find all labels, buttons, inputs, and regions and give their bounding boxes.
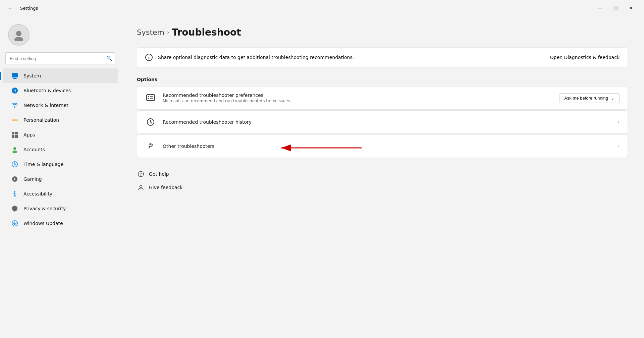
svg-rect-10 [15,132,18,134]
sidebar-item-bluetooth[interactable]: B Bluetooth & devices [3,83,118,98]
close-button[interactable]: ✕ [623,3,639,13]
footer-icon-get-help: ? [137,170,145,178]
nav-icon-accessibility [11,190,19,198]
sidebar-item-accounts[interactable]: Accounts [3,142,118,157]
footer-label-get-help: Get help [149,171,169,177]
info-icon: i [145,54,153,61]
sidebar-item-apps[interactable]: Apps [3,127,118,142]
option-title-recommended-history: Recommended troubleshooter history [163,119,611,125]
nav-icon-system [11,72,19,80]
breadcrumb-parent[interactable]: System [137,28,164,37]
app-title: Settings [20,6,38,11]
option-wrapper-recommended-history: Recommended troubleshooter history › [137,110,628,134]
search-icon: 🔍 [106,56,112,61]
nav-icon-gaming [11,175,19,183]
svg-rect-2 [12,73,18,77]
maximize-button[interactable]: ⬜ [608,3,623,13]
svg-point-0 [16,31,21,36]
nav-label-accounts: Accounts [23,147,45,152]
content-area: System › Troubleshoot i Share optional d… [121,16,644,338]
sidebar-nav: System B Bluetooth & devices Network & i… [0,68,121,231]
option-item-recommended-history[interactable]: Recommended troubleshooter history › [137,110,628,134]
footer-link-get-help[interactable]: ? Get help [137,169,628,179]
option-subtitle-recommended-prefs: Microsoft can recommend and run troubles… [163,99,552,103]
svg-point-21 [14,191,15,192]
options-list: Recommended troubleshooter preferences M… [137,86,628,158]
nav-icon-time [11,160,19,168]
nav-icon-bluetooth: B [11,87,19,95]
svg-text:B: B [13,88,16,93]
diagnostics-link[interactable]: Open Diagnostics & feedback [550,55,620,60]
nav-label-apps: Apps [23,132,35,137]
svg-rect-27 [147,95,155,101]
footer-links: ? Get help Give feedback [137,169,628,193]
nav-icon-privacy [11,205,19,213]
svg-rect-4 [13,78,17,79]
svg-point-13 [13,147,16,150]
option-item-recommended-prefs[interactable]: Recommended troubleshooter preferences M… [137,86,628,110]
option-text-recommended-history: Recommended troubleshooter history [163,119,611,125]
svg-text:?: ? [140,172,142,177]
breadcrumb: System › Troubleshoot [137,27,628,38]
avatar-section [0,19,121,52]
back-button[interactable]: ← [5,3,16,13]
chevron-right-icon: › [618,144,620,149]
option-icon-recommended-prefs [145,93,156,103]
nav-label-privacy: Privacy & security [23,206,66,211]
nav-label-personalization: Personalization [23,117,59,123]
search-input[interactable] [5,52,115,64]
nav-icon-windows-update [11,219,19,227]
sidebar-item-system[interactable]: System [3,68,118,83]
title-bar: ← Settings — ⬜ ✕ [0,0,644,16]
option-item-other-troubleshooters[interactable]: Other troubleshooters › [137,134,628,158]
footer-icon-give-feedback [137,183,145,191]
avatar[interactable] [8,24,30,46]
dropdown-recommended-prefs[interactable]: Ask me before running ⌄ [559,93,620,103]
svg-point-38 [140,185,142,188]
back-icon: ← [8,5,13,11]
svg-rect-20 [14,178,15,180]
svg-line-25 [15,195,16,196]
option-right-other-troubleshooters: › [618,144,620,149]
dropdown-value: Ask me before running [564,96,608,101]
nav-label-system: System [23,73,41,78]
svg-rect-9 [12,132,14,134]
svg-rect-12 [15,135,18,138]
option-text-other-troubleshooters: Other troubleshooters [163,144,611,149]
sidebar: 🔍 System B Bluetooth & devices Network &… [0,16,121,338]
chevron-right-icon: › [618,119,620,125]
option-icon-other-troubleshooters [145,141,156,152]
nav-label-windows-update: Windows Update [23,221,63,226]
sidebar-item-personalization[interactable]: Personalization [3,113,118,127]
minimize-button[interactable]: — [592,3,608,13]
svg-point-30 [148,98,149,99]
options-section-title: Options [137,77,628,82]
sidebar-item-network[interactable]: Network & internet [3,98,118,113]
page-title: Troubleshoot [172,27,241,38]
info-banner: i Share optional diagnostic data to get … [137,47,628,67]
nav-label-time: Time & language [23,162,63,167]
sidebar-item-privacy[interactable]: Privacy & security [3,201,118,216]
sidebar-item-gaming[interactable]: Gaming [3,172,118,186]
option-title-recommended-prefs: Recommended troubleshooter preferences [163,93,552,98]
search-box: 🔍 [5,52,115,64]
footer-label-give-feedback: Give feedback [149,185,182,190]
sidebar-item-windows-update[interactable]: Windows Update [3,216,118,231]
sidebar-item-time[interactable]: Time & language [3,157,118,172]
option-title-other-troubleshooters: Other troubleshooters [163,144,611,149]
option-wrapper-recommended-prefs: Recommended troubleshooter preferences M… [137,86,628,110]
option-right-recommended-prefs: Ask me before running ⌄ [559,93,620,103]
nav-label-network: Network & internet [23,103,68,108]
footer-link-give-feedback[interactable]: Give feedback [137,182,628,193]
svg-point-1 [14,37,23,41]
nav-icon-personalization [11,116,19,124]
app-body: 🔍 System B Bluetooth & devices Network &… [0,16,644,338]
sidebar-item-accessibility[interactable]: Accessibility [3,186,118,201]
svg-rect-3 [13,78,16,78]
info-text: Share optional diagnostic data to get ad… [158,55,545,60]
breadcrumb-separator: › [167,29,169,36]
window-controls: — ⬜ ✕ [592,3,639,13]
nav-icon-apps [11,131,19,139]
nav-icon-network [11,101,19,109]
nav-label-gaming: Gaming [23,176,42,182]
